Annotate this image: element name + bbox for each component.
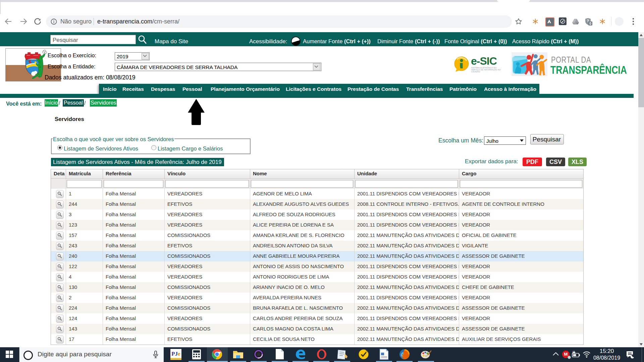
svg-text:0: 0 bbox=[589, 22, 591, 25]
